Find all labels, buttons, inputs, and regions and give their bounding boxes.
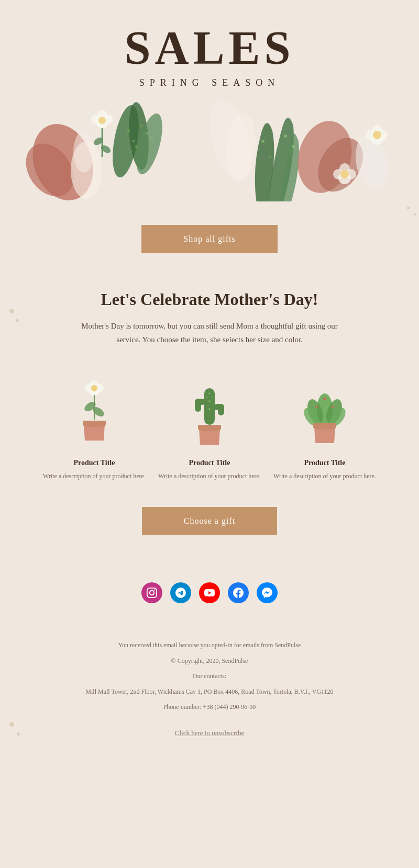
svg-point-72 bbox=[332, 405, 334, 408]
svg-point-17 bbox=[290, 151, 292, 153]
product-title-1: Product Title bbox=[42, 459, 147, 467]
celebration-text: Mother's Day is tomorrow, but you can st… bbox=[79, 320, 340, 346]
svg-point-3 bbox=[73, 131, 94, 173]
footer-phone: Phone number: +38 (044) 290-96-90 bbox=[42, 702, 377, 713]
product-image-1 bbox=[63, 378, 126, 451]
product-title-3: Product Title bbox=[272, 459, 377, 467]
svg-point-59 bbox=[208, 400, 211, 402]
email-wrapper: SALES SPRING SEASON bbox=[0, 0, 419, 763]
svg-point-41 bbox=[340, 170, 349, 178]
choose-gift-button[interactable]: Choose a gift bbox=[142, 507, 277, 535]
svg-point-9 bbox=[146, 132, 148, 134]
decor-dot bbox=[16, 319, 19, 322]
product-desc-2: Write a description of your product here… bbox=[157, 471, 262, 481]
instagram-icon[interactable] bbox=[141, 582, 162, 603]
celebration-section: Let's Celebrate Mother's Day! Mother's D… bbox=[0, 269, 419, 357]
unsubscribe-link[interactable]: Click here to unsubscribe bbox=[42, 729, 377, 753]
svg-point-58 bbox=[208, 392, 211, 394]
decor-dot bbox=[414, 213, 416, 216]
svg-point-74 bbox=[313, 425, 336, 430]
svg-point-7 bbox=[127, 129, 130, 132]
svg-point-47 bbox=[91, 385, 97, 391]
choose-gift-section: Choose a gift bbox=[0, 502, 419, 561]
svg-point-8 bbox=[140, 125, 143, 127]
products-section: Product Title Write a description of you… bbox=[0, 357, 419, 502]
social-section bbox=[0, 561, 419, 624]
footer-copyright: © Copyright, 2020, SendPulse bbox=[42, 656, 377, 667]
svg-point-11 bbox=[135, 145, 138, 148]
product-card-2: Product Title Write a description of you… bbox=[157, 378, 262, 481]
celebration-title: Let's Celebrate Mother's Day! bbox=[42, 290, 377, 309]
product-desc-1: Write a description of your product here… bbox=[42, 471, 147, 481]
product-title-2: Product Title bbox=[157, 459, 262, 467]
svg-point-13 bbox=[130, 151, 132, 153]
product-desc-3: Write a description of your product here… bbox=[272, 471, 377, 481]
decor-dot bbox=[17, 732, 20, 736]
product-card-3: Product Title Write a description of you… bbox=[272, 378, 377, 481]
svg-point-12 bbox=[151, 138, 153, 140]
product-image-2 bbox=[178, 378, 241, 451]
svg-point-60 bbox=[208, 408, 211, 410]
product-image-3 bbox=[293, 378, 356, 451]
svg-point-70 bbox=[323, 397, 326, 400]
svg-rect-55 bbox=[195, 399, 201, 412]
hero-title: SALES bbox=[124, 21, 294, 75]
product-card-1: Product Title Write a description of you… bbox=[42, 378, 147, 481]
footer-section: You received this email because you opte… bbox=[0, 624, 419, 763]
svg-rect-42 bbox=[0, 201, 419, 204]
decor-dot bbox=[9, 309, 14, 313]
svg-point-33 bbox=[98, 117, 106, 124]
decor-dot bbox=[9, 722, 14, 727]
hero-subtitle: SPRING SEASON bbox=[139, 77, 280, 88]
footer-contacts-label: Our contacts: bbox=[42, 671, 377, 682]
plants-decoration bbox=[0, 89, 419, 204]
svg-point-18 bbox=[292, 145, 295, 148]
svg-point-16 bbox=[284, 134, 287, 138]
svg-point-62 bbox=[212, 397, 213, 398]
svg-point-28 bbox=[373, 131, 381, 139]
svg-point-10 bbox=[133, 140, 135, 142]
messenger-icon[interactable] bbox=[257, 582, 278, 603]
svg-point-64 bbox=[198, 427, 221, 431]
youtube-icon[interactable] bbox=[199, 582, 220, 603]
svg-rect-57 bbox=[218, 404, 224, 415]
footer-address: Mill Mall Tower, 2nd Floor, Wickhams Cay… bbox=[42, 686, 377, 698]
telegram-icon[interactable] bbox=[170, 582, 191, 603]
hero-section: SALES SPRING SEASON bbox=[0, 0, 419, 204]
svg-point-61 bbox=[206, 397, 208, 398]
shop-button-section: Shop all gifts bbox=[0, 204, 419, 269]
svg-point-71 bbox=[316, 405, 318, 408]
svg-point-14 bbox=[261, 140, 264, 143]
footer-opted-in: You received this email because you opte… bbox=[42, 640, 377, 651]
facebook-icon[interactable] bbox=[228, 582, 249, 603]
svg-point-15 bbox=[269, 156, 271, 159]
shop-all-gifts-button[interactable]: Shop all gifts bbox=[141, 225, 277, 253]
decor-dot bbox=[407, 207, 410, 209]
svg-point-52 bbox=[83, 423, 106, 427]
